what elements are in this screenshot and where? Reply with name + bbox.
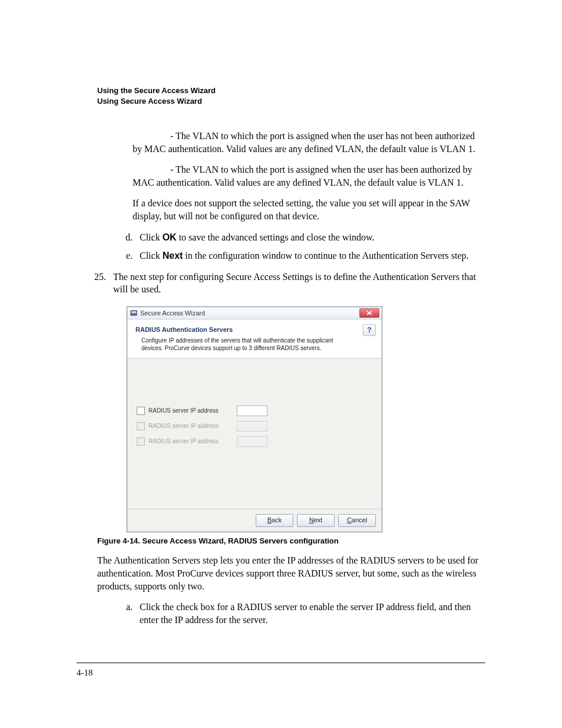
wizard-title: Secure Access Wizard	[140, 309, 359, 318]
wizard-panel-description: Configure IP addresses of the servers th…	[135, 337, 348, 352]
page-number: 4-18	[77, 668, 93, 678]
wizard-panel-body: RADIUS server IP address RADIUS server I…	[127, 358, 382, 509]
radius-server-checkbox-2	[137, 422, 145, 430]
paragraph-auth-servers-intro: The Authentication Servers step lets you…	[97, 554, 485, 592]
paragraph-vlan-unauth: - The VLAN to which the port is assigned…	[133, 130, 485, 155]
cancel-button[interactable]: Cancel	[338, 514, 376, 527]
secure-access-wizard-dialog: Secure Access Wizard RADIUS Authenticati…	[127, 307, 382, 532]
step-d: d. Click OK to save the advanced setting…	[115, 231, 485, 244]
ok-label: OK	[163, 232, 177, 242]
radius-server-ip-input-1[interactable]	[237, 406, 267, 416]
radius-server-row-2: RADIUS server IP address	[137, 421, 372, 431]
radius-server-label-2: RADIUS server IP address	[148, 422, 237, 430]
svg-rect-1	[131, 311, 136, 313]
step-e-marker: e.	[115, 249, 140, 262]
footer-rule	[77, 663, 485, 663]
next-button[interactable]: Next	[297, 514, 335, 527]
step-25: 25. The next step for configuring Secure…	[88, 271, 485, 296]
step-25-marker: 25.	[88, 271, 113, 296]
radius-server-checkbox-1[interactable]	[137, 407, 145, 415]
radius-server-row-3: RADIUS server IP address	[137, 436, 372, 447]
page-header: Using the Secure Access Wizard Using Sec…	[97, 85, 485, 106]
wizard-panel-foot: Back Next Cancel	[127, 509, 382, 532]
header-line-2: Using Secure Access Wizard	[97, 96, 485, 107]
radius-server-ip-input-3	[237, 436, 267, 447]
close-button[interactable]	[359, 308, 379, 318]
step-e: e. Click Next in the configuration windo…	[115, 249, 485, 262]
radius-server-ip-input-2	[237, 421, 267, 431]
help-button[interactable]: ?	[363, 324, 376, 336]
step-d-marker: d.	[115, 231, 140, 244]
back-button[interactable]: Back	[256, 514, 293, 527]
paragraph-vlan-auth: - The VLAN to which the port is assigned…	[133, 163, 485, 189]
step-a: a. Click the check box for a RADIUS serv…	[115, 601, 485, 626]
next-label: Next	[163, 251, 183, 261]
radius-server-checkbox-3	[137, 437, 145, 446]
wizard-app-icon	[130, 309, 138, 317]
radius-server-row-1: RADIUS server IP address	[137, 406, 372, 416]
wizard-titlebar: Secure Access Wizard	[127, 307, 382, 319]
radius-server-label-3: RADIUS server IP address	[148, 437, 237, 446]
wizard-panel-head: RADIUS Authentication Servers Configure …	[127, 319, 382, 358]
wizard-panel-title: RADIUS Authentication Servers	[135, 325, 373, 334]
figure-caption: Figure 4-14. Secure Access Wizard, RADIU…	[97, 536, 485, 546]
header-line-1: Using the Secure Access Wizard	[97, 85, 485, 96]
radius-server-label-1: RADIUS server IP address	[148, 407, 237, 415]
step-a-marker: a.	[115, 601, 140, 626]
help-icon: ?	[367, 325, 371, 335]
paragraph-unsupported: If a device does not support the selecte…	[133, 197, 485, 222]
